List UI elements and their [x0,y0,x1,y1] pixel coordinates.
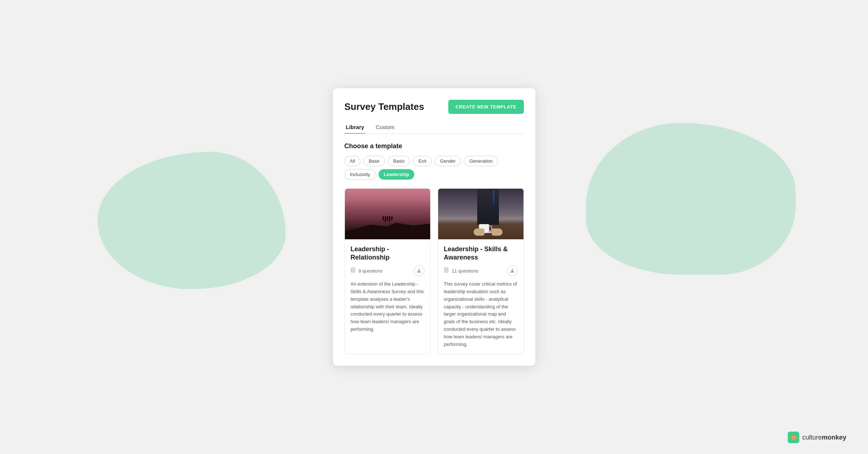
hand-left [474,228,484,236]
card-title-1: Leadership - Relationship [351,245,424,262]
card-image-skills [438,189,523,239]
silhouettes [382,216,392,222]
questions-label-2: 11 questions [452,268,479,274]
card-description-1: An extension of the Leadership - Skills … [351,280,424,333]
card-body-2: Leadership - Skills & Awareness 11 quest… [438,239,523,354]
doc-icon-1 [351,267,356,274]
card-title-2: Leadership - Skills & Awareness [444,245,518,262]
section-title: Choose a template [345,142,524,150]
tabs-container: Library Custom [345,121,524,134]
card-image-relationship [345,189,430,239]
card-description-2: This survey cover critical metrics of le… [444,280,518,348]
questions-count-1: 9 questions [351,267,383,274]
filter-tag-leadership[interactable]: Leadership [379,169,414,180]
silhouette-4 [389,216,390,222]
hand-right [492,228,503,236]
modal-header: Survey Templates CREATE NEW TEMPLATE [345,100,524,114]
card-body-1: Leadership - Relationship 9 questions [345,239,430,339]
branding: 🐵 culturemonkey [788,432,846,443]
tab-custom[interactable]: Custom [374,121,396,134]
filter-tag-all[interactable]: All [345,156,360,166]
silhouette-5 [391,216,392,220]
filter-tag-generation[interactable]: Generation [464,156,498,166]
card-img-skills-bg [438,189,523,239]
filter-tag-inclusivity[interactable]: Inclusivity [345,169,376,180]
suit-body [477,189,499,225]
background-blob-right [586,123,796,275]
filter-tag-basic[interactable]: Basic [388,156,410,166]
hands [474,225,503,236]
silhouette-1 [382,216,384,220]
card-img-relationship-bg [345,189,430,239]
card-meta-1: 9 questions [351,265,424,276]
silhouette-3 [387,216,388,221]
doc-icon-2 [444,267,450,274]
filter-tag-base[interactable]: Base [363,156,385,166]
create-template-button[interactable]: CREATE NEW TEMPLATE [448,100,524,114]
brand-prefix: culture [802,434,822,441]
brand-logo: 🐵 [788,432,799,443]
card-leadership-skills[interactable]: Leadership - Skills & Awareness 11 quest… [438,188,524,355]
survey-templates-modal: Survey Templates CREATE NEW TEMPLATE Lib… [333,88,535,366]
background-blob-left [98,152,286,289]
filter-tag-gender[interactable]: Gender [435,156,461,166]
cards-grid: Leadership - Relationship 9 questions [345,188,524,355]
brand-suffix: monkey [822,434,846,441]
brand-name: culturemonkey [802,434,846,441]
filter-tag-exit[interactable]: Exit [413,156,432,166]
suit-figure [470,189,506,239]
card-leadership-relationship[interactable]: Leadership - Relationship 9 questions [345,188,431,355]
download-button-2[interactable] [507,265,518,276]
suit-tie [492,190,495,209]
download-button-1[interactable] [414,265,424,276]
questions-count-2: 11 questions [444,267,479,274]
tab-library[interactable]: Library [345,121,366,134]
brand-icon: 🐵 [790,433,798,441]
silhouette-2 [385,216,386,222]
filter-tags-container: All Base Basic Exit Gender Generation In… [345,156,524,180]
card-meta-2: 11 questions [444,265,518,276]
modal-title: Survey Templates [345,101,424,112]
questions-label-1: 9 questions [359,268,383,274]
